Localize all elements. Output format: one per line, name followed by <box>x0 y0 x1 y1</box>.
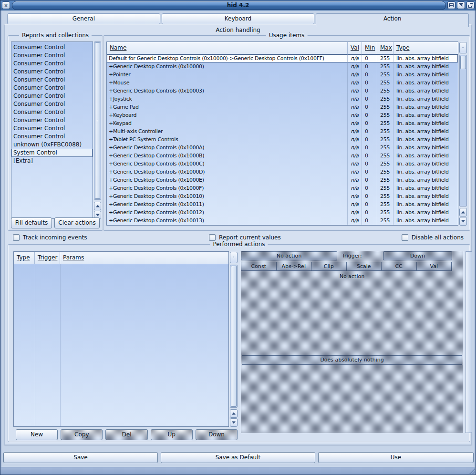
report-list-item[interactable]: Consumer Control <box>11 84 93 92</box>
titlebar[interactable]: hid 4.2 × <box>0 0 476 10</box>
usage-table-row[interactable]: +Multi-axis Controller n/a 0 255 lin. ab… <box>107 127 458 135</box>
report-list-item[interactable]: Consumer Control <box>11 52 93 60</box>
usage-table-row[interactable]: +Generic Desktop Controls (0x1000F) n/a … <box>107 184 458 192</box>
save-as-default-button[interactable]: Save as Default <box>161 452 315 463</box>
report-list-item[interactable]: System Control <box>11 149 93 157</box>
use-button[interactable]: Use <box>318 452 474 463</box>
report-list-item[interactable]: Consumer Control <box>11 108 93 116</box>
track-incoming-events-checkbox[interactable] <box>13 234 20 241</box>
usage-table-row[interactable]: +Generic Desktop Controls (0x10013) n/a … <box>107 217 458 225</box>
disable-all-actions-checkbox[interactable] <box>402 234 408 241</box>
performed-column-config-button[interactable] <box>230 252 238 263</box>
usage-scroll-thumb[interactable] <box>460 56 466 69</box>
editor-description-bar: Does absolutely nothing <box>242 355 462 365</box>
usage-table-body: Default for Generic Desktop Controls (0x… <box>107 54 458 225</box>
usage-column-config-button[interactable] <box>459 42 467 53</box>
reports-scrollbar[interactable] <box>94 41 101 220</box>
report-list-item[interactable]: unknown (0xFFBC0088) <box>11 141 93 149</box>
trigger-cycle: Down <box>383 251 452 260</box>
tab[interactable]: Keyboard <box>162 13 315 24</box>
tab[interactable]: General <box>7 13 160 24</box>
save-button[interactable]: Save <box>3 452 158 463</box>
usage-table-row[interactable]: +Generic Desktop Controls (0x1000A) n/a … <box>107 144 458 152</box>
zoom-glyph <box>459 3 463 7</box>
close-icon[interactable]: × <box>2 1 10 9</box>
usage-table-row[interactable]: +Game Pad n/a 0 255 lin. abs. array bitf… <box>107 103 458 111</box>
usage-table-row[interactable]: +Keyboard n/a 0 255 lin. abs. array bitf… <box>107 111 458 119</box>
report-list-item[interactable]: Consumer Control <box>11 60 93 68</box>
performed-col-trigger[interactable]: Trigger <box>35 252 60 264</box>
performed-action-button[interactable]: New <box>16 429 58 440</box>
report-current-values-checkbox[interactable] <box>209 234 216 241</box>
performed-action-button: Del <box>105 429 147 440</box>
report-list-item[interactable]: [Extra] <box>11 157 93 165</box>
reports-group: Reports and collections Consumer Control… <box>8 35 103 231</box>
window-bottom-border <box>0 467 476 475</box>
reports-scroll-track[interactable] <box>94 41 101 200</box>
editor-section-label: No action <box>241 273 463 279</box>
usage-table-row[interactable]: +Generic Desktop Controls (0x10012) n/a … <box>107 208 458 217</box>
performed-scroll-thumb[interactable] <box>231 266 237 407</box>
usage-col-type[interactable]: Type <box>393 42 458 54</box>
usage-table-row[interactable]: +Mouse n/a 0 255 lin. abs. array bitfiel… <box>107 79 458 87</box>
report-list-item[interactable]: Consumer Control <box>11 92 93 100</box>
usage-col-val[interactable]: Val <box>348 42 362 54</box>
usage-scroll-up-icon[interactable] <box>459 208 467 217</box>
usage-table-row[interactable]: +Generic Desktop Controls (0x1000E) n/a … <box>107 176 458 184</box>
editor-option-tab: Const <box>241 262 277 270</box>
iconify-icon[interactable] <box>447 1 455 9</box>
report-list-item[interactable]: Consumer Control <box>11 68 93 76</box>
usage-scroll-down-icon[interactable] <box>459 217 467 226</box>
usage-col-min[interactable]: Min <box>362 42 377 54</box>
usage-table-row[interactable]: +Keypad n/a 0 255 lin. abs. array bitfie… <box>107 119 458 127</box>
hid-preferences-window: { "window": { "title": "hid 4.2" }, "tab… <box>0 0 476 475</box>
usage-table-row[interactable]: +Tablet PC System Controls n/a 0 255 lin… <box>107 135 458 144</box>
usage-group: Usage items Name Val Min Max Type Defaul… <box>103 35 470 231</box>
clear-actions-button[interactable]: Clear actions <box>54 217 100 228</box>
report-list-item[interactable]: Consumer Control <box>11 100 93 108</box>
zoom-icon[interactable] <box>457 1 465 9</box>
report-list-item[interactable]: Consumer Control <box>11 76 93 84</box>
performed-actions-table[interactable]: Type Trigger Params <box>13 251 229 427</box>
depth-icon[interactable] <box>466 1 475 9</box>
usage-table-row[interactable]: +Generic Desktop Controls (0x10011) n/a … <box>107 200 458 208</box>
usage-table-row[interactable]: +Generic Desktop Controls (0x10003) n/a … <box>107 87 458 95</box>
editor-option-tab: Val <box>417 262 452 270</box>
report-list-item[interactable]: Consumer Control <box>11 133 93 141</box>
usage-table-row[interactable]: Default for Generic Desktop Controls (0x… <box>107 54 458 62</box>
report-list-item[interactable]: Consumer Control <box>11 124 93 133</box>
report-list-item[interactable]: Consumer Control <box>11 43 93 52</box>
reports-scroll-thumb[interactable] <box>95 42 100 199</box>
performed-action-button: Down <box>196 429 238 440</box>
reports-list[interactable]: Consumer ControlConsumer ControlConsumer… <box>11 41 93 219</box>
usage-col-max[interactable]: Max <box>377 42 393 54</box>
performed-action-button: Copy <box>61 429 103 440</box>
performed-col-type[interactable]: Type <box>14 252 35 264</box>
usage-scrollbar[interactable] <box>459 55 467 226</box>
performed-scrollbar[interactable] <box>230 265 238 427</box>
usage-table-row[interactable]: +Generic Desktop Controls (0x1000C) n/a … <box>107 160 458 168</box>
resize-handle[interactable] <box>468 467 475 474</box>
usage-scroll-track[interactable] <box>459 55 467 207</box>
usage-col-name[interactable]: Name <box>107 42 348 54</box>
performed-col-params[interactable]: Params <box>60 252 228 264</box>
performed-column-separators <box>14 264 228 426</box>
reports-scroll-up-icon[interactable] <box>94 202 101 210</box>
reports-buttons: Fill defaults Clear actions <box>11 217 100 228</box>
usage-table-row[interactable]: +Generic Desktop Controls (0x1000B) n/a … <box>107 152 458 160</box>
tab[interactable]: Action <box>316 13 469 27</box>
usage-table-row[interactable]: +Joystick n/a 0 255 lin. abs. array bitf… <box>107 95 458 103</box>
performed-table-header: Type Trigger Params <box>14 252 228 264</box>
report-list-item[interactable]: Consumer Control <box>11 116 93 124</box>
performed-scroll-up-icon[interactable] <box>230 409 238 418</box>
depth-glyph <box>468 3 473 8</box>
performed-scroll-down-icon[interactable] <box>230 418 238 427</box>
fill-defaults-button[interactable]: Fill defaults <box>11 217 52 228</box>
performed-scroll-track[interactable] <box>230 265 238 408</box>
usage-table-row[interactable]: +Generic Desktop Controls (0x10000) n/a … <box>107 62 458 71</box>
usage-table-row[interactable]: +Pointer n/a 0 255 lin. abs. array bitfi… <box>107 71 458 79</box>
usage-table-row[interactable]: +Generic Desktop Controls (0x1000D) n/a … <box>107 168 458 176</box>
performed-action-button: Up <box>151 429 193 440</box>
usage-table-row[interactable]: +Generic Desktop Controls (0x10010) n/a … <box>107 192 458 200</box>
usage-table[interactable]: Name Val Min Max Type Default for Generi… <box>106 41 458 226</box>
